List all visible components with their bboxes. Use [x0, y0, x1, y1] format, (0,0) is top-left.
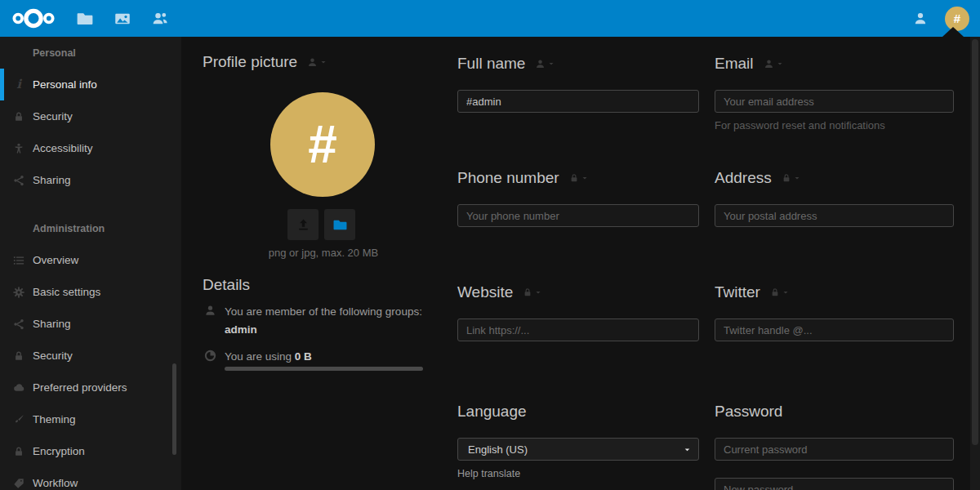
sidebar-item-basic-settings[interactable]: Basic settings — [0, 276, 181, 308]
website-heading: Website — [457, 283, 699, 301]
scope-menu-button[interactable] — [307, 57, 327, 68]
lock-scope-icon — [782, 173, 791, 183]
nextcloud-logo-icon — [11, 7, 56, 29]
sidebar-scrollbar-thumb[interactable] — [172, 363, 176, 455]
sidebar-caption-administration: Administration — [0, 212, 181, 244]
scope-menu-button[interactable] — [782, 173, 800, 183]
profile-picture-heading: Profile picture — [203, 53, 327, 71]
sidebar-item-sharing-admin[interactable]: Sharing — [0, 308, 181, 340]
personal-info-content: Profile picture # png or jpg, max. 20 MB… — [181, 37, 980, 490]
sidebar-item-preferred-providers[interactable]: Preferred providers — [0, 372, 181, 403]
choose-avatar-from-files-button[interactable] — [324, 209, 355, 240]
phone-input[interactable] — [457, 204, 699, 227]
groups-membership-text: You are member of the following groups: — [225, 305, 422, 318]
caret-down-icon — [782, 289, 789, 296]
language-select[interactable]: English (US) — [457, 438, 699, 461]
lock-scope-icon — [523, 287, 532, 297]
content-scrollbar[interactable] — [970, 37, 980, 490]
email-heading: Email — [715, 55, 954, 73]
quota-usage-text: You are using 0 B — [225, 350, 312, 363]
caret-down-icon — [535, 289, 541, 296]
photos-app-icon[interactable] — [114, 11, 131, 27]
email-field: Email For password reset and notificatio… — [715, 55, 954, 131]
full-name-field: Full name — [457, 55, 699, 113]
nextcloud-settings-app: # Personal i Personal info Security Acce… — [0, 0, 980, 490]
share-icon — [12, 318, 25, 331]
contacts-menu-icon[interactable] — [912, 11, 929, 27]
twitter-heading: Twitter — [715, 283, 954, 301]
sidebar-item-overview[interactable]: Overview — [0, 244, 181, 276]
current-password-input[interactable] — [715, 438, 954, 461]
scope-menu-button[interactable] — [569, 173, 588, 183]
new-password-input[interactable] — [715, 478, 954, 490]
quota-icon — [204, 350, 217, 363]
user-scope-icon — [764, 59, 774, 69]
password-field: Password — [715, 403, 954, 490]
website-input[interactable] — [457, 318, 699, 341]
website-field: Website — [457, 283, 699, 341]
user-scope-icon — [307, 57, 318, 68]
address-input[interactable] — [715, 204, 954, 227]
upload-avatar-button[interactable] — [287, 209, 318, 240]
language-selected-value: English (US) — [468, 443, 528, 456]
twitter-field: Twitter — [715, 283, 954, 341]
share-icon — [12, 174, 25, 187]
password-heading: Password — [715, 403, 954, 421]
user-scope-icon — [535, 59, 546, 69]
caret-down-icon — [777, 60, 783, 67]
cloud-icon — [12, 381, 25, 394]
email-input[interactable] — [715, 90, 954, 113]
files-app-icon[interactable] — [77, 11, 93, 27]
nextcloud-logo[interactable] — [11, 7, 56, 29]
tag-icon — [12, 477, 25, 490]
scope-menu-button[interactable] — [523, 287, 541, 297]
phone-field: Phone number — [457, 169, 699, 227]
info-icon: i — [12, 78, 25, 91]
content-scrollbar-thumb[interactable] — [972, 39, 978, 445]
accessibility-icon — [12, 142, 25, 155]
phone-heading: Phone number — [457, 169, 699, 187]
address-heading: Address — [715, 169, 954, 187]
lock-icon — [12, 350, 25, 363]
contacts-app-icon[interactable] — [152, 11, 168, 27]
sidebar-item-workflow[interactable]: Workflow — [0, 467, 181, 490]
full-name-heading: Full name — [457, 55, 699, 73]
twitter-input[interactable] — [715, 318, 954, 341]
scope-menu-button[interactable] — [764, 59, 783, 69]
paintbrush-icon — [12, 413, 25, 426]
sidebar-item-security-admin[interactable]: Security — [0, 340, 181, 372]
language-heading: Language — [457, 403, 699, 421]
sidebar-item-encryption[interactable]: Encryption — [0, 435, 181, 467]
caret-down-icon — [684, 446, 691, 453]
sidebar-item-sharing-personal[interactable]: Sharing — [0, 164, 181, 196]
quota-progress-bar — [225, 367, 423, 371]
scope-menu-button[interactable] — [535, 59, 555, 69]
profile-avatar[interactable]: # — [270, 92, 375, 197]
top-header-bar: # — [0, 0, 980, 37]
caret-down-icon — [548, 60, 555, 67]
language-field: Language English (US) Help translate — [457, 403, 699, 480]
full-name-input[interactable] — [457, 90, 699, 113]
sidebar-item-theming[interactable]: Theming — [0, 403, 181, 435]
scope-menu-button[interactable] — [770, 287, 789, 297]
lock-icon — [12, 110, 25, 123]
avatar-buttons — [287, 209, 355, 240]
gear-icon — [12, 286, 25, 299]
list-icon — [12, 254, 25, 267]
sidebar-item-personal-info[interactable]: i Personal info — [0, 69, 181, 100]
address-field: Address — [715, 169, 954, 227]
lock-scope-icon — [569, 173, 579, 183]
avatar-upload-hint: png or jpg, max. 20 MB — [203, 247, 444, 259]
help-translate-link[interactable]: Help translate — [457, 468, 520, 479]
sidebar-item-security[interactable]: Security — [0, 100, 181, 132]
sidebar-item-accessibility[interactable]: Accessibility — [0, 132, 181, 164]
caret-down-icon — [581, 175, 588, 181]
sidebar-caption-personal: Personal — [0, 37, 181, 69]
email-helper-text: For password reset and notifications — [715, 119, 954, 131]
lock-icon — [12, 445, 25, 458]
quota-value: 0 B — [295, 350, 312, 363]
caret-down-icon — [320, 59, 327, 65]
lock-scope-icon — [770, 287, 780, 297]
settings-sidebar: Personal i Personal info Security Access… — [0, 37, 181, 490]
settings-pointer-arrow — [942, 27, 964, 37]
